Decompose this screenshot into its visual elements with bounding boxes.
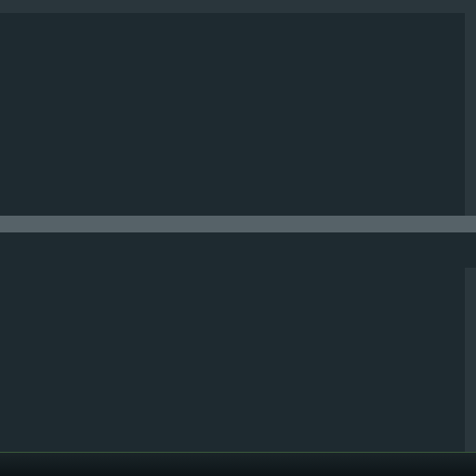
scrollbar-vertical[interactable] <box>465 268 476 452</box>
editor-pane-top[interactable] <box>0 13 476 216</box>
window-titlebar <box>0 0 476 13</box>
scrollbar-vertical[interactable] <box>465 13 476 216</box>
editor-pane-bottom[interactable] <box>0 268 476 452</box>
editor-pane-middle[interactable] <box>0 232 476 268</box>
pane-divider[interactable] <box>0 216 476 232</box>
editor-body <box>0 13 476 476</box>
code-editor-window <box>0 0 476 476</box>
taskbar <box>0 452 476 476</box>
